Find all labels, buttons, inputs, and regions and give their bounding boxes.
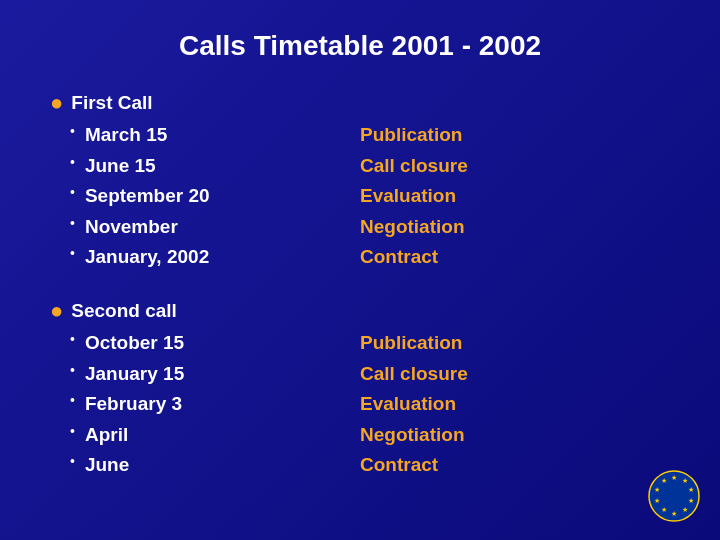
date-text: April: [85, 422, 128, 449]
desc-text: Call closure: [360, 361, 670, 388]
desc-text: Contract: [360, 244, 670, 271]
svg-text:★: ★: [661, 477, 667, 484]
svg-text:★: ★: [671, 510, 677, 517]
desc-text: Publication: [360, 122, 670, 149]
bullet-icon: •: [70, 392, 75, 408]
list-item: • September 20: [50, 183, 360, 210]
eu-logo: ★ ★ ★ ★ ★ ★ ★ ★ ★ ★: [648, 470, 700, 522]
list-item: • June: [50, 452, 360, 479]
date-text: February 3: [85, 391, 182, 418]
slide-title: Calls Timetable 2001 - 2002: [50, 30, 670, 62]
slide: Calls Timetable 2001 - 2002 ● First Call…: [0, 0, 720, 540]
svg-text:★: ★: [688, 486, 694, 493]
first-call-label: First Call: [71, 92, 152, 114]
date-text: September 20: [85, 183, 210, 210]
first-call-section: ● First Call • March 15 • June 15 • Sept…: [50, 92, 670, 275]
desc-text: Evaluation: [360, 183, 670, 210]
first-call-columns: • March 15 • June 15 • September 20 • No…: [50, 122, 670, 275]
svg-text:★: ★: [654, 486, 660, 493]
first-call-dates: • March 15 • June 15 • September 20 • No…: [50, 122, 360, 275]
date-text: June: [85, 452, 129, 479]
list-item: • October 15: [50, 330, 360, 357]
date-text: January 15: [85, 361, 184, 388]
date-text: October 15: [85, 330, 184, 357]
list-item: • January, 2002: [50, 244, 360, 271]
list-item: • February 3: [50, 391, 360, 418]
first-call-bullet-icon: ●: [50, 92, 63, 114]
date-text: June 15: [85, 153, 156, 180]
bullet-icon: •: [70, 362, 75, 378]
second-call-descriptions: Publication Call closure Evaluation Nego…: [360, 330, 670, 483]
svg-text:★: ★: [682, 477, 688, 484]
bullet-icon: •: [70, 215, 75, 231]
svg-text:★: ★: [682, 506, 688, 513]
list-item: • June 15: [50, 153, 360, 180]
date-text: March 15: [85, 122, 167, 149]
desc-text: Evaluation: [360, 391, 670, 418]
bullet-icon: •: [70, 423, 75, 439]
svg-text:★: ★: [671, 474, 677, 481]
desc-text: Contract: [360, 452, 670, 479]
desc-text: Negotiation: [360, 214, 670, 241]
date-text: January, 2002: [85, 244, 209, 271]
bullet-icon: •: [70, 184, 75, 200]
eu-flag-icon: ★ ★ ★ ★ ★ ★ ★ ★ ★ ★: [648, 470, 700, 522]
list-item: • January 15: [50, 361, 360, 388]
first-call-header: ● First Call: [50, 92, 670, 114]
list-item: • April: [50, 422, 360, 449]
bullet-icon: •: [70, 154, 75, 170]
desc-text: Call closure: [360, 153, 670, 180]
second-call-dates: • October 15 • January 15 • February 3 •…: [50, 330, 360, 483]
second-call-bullet-icon: ●: [50, 300, 63, 322]
first-call-descriptions: Publication Call closure Evaluation Nego…: [360, 122, 670, 275]
second-call-label: Second call: [71, 300, 177, 322]
bullet-icon: •: [70, 331, 75, 347]
bullet-icon: •: [70, 123, 75, 139]
second-call-columns: • October 15 • January 15 • February 3 •…: [50, 330, 670, 483]
bullet-icon: •: [70, 453, 75, 469]
svg-text:★: ★: [654, 497, 660, 504]
desc-text: Publication: [360, 330, 670, 357]
second-call-section: ● Second call • October 15 • January 15 …: [50, 300, 670, 483]
svg-text:★: ★: [661, 506, 667, 513]
desc-text: Negotiation: [360, 422, 670, 449]
list-item: • November: [50, 214, 360, 241]
date-text: November: [85, 214, 178, 241]
svg-text:★: ★: [688, 497, 694, 504]
list-item: • March 15: [50, 122, 360, 149]
bullet-icon: •: [70, 245, 75, 261]
second-call-header: ● Second call: [50, 300, 670, 322]
